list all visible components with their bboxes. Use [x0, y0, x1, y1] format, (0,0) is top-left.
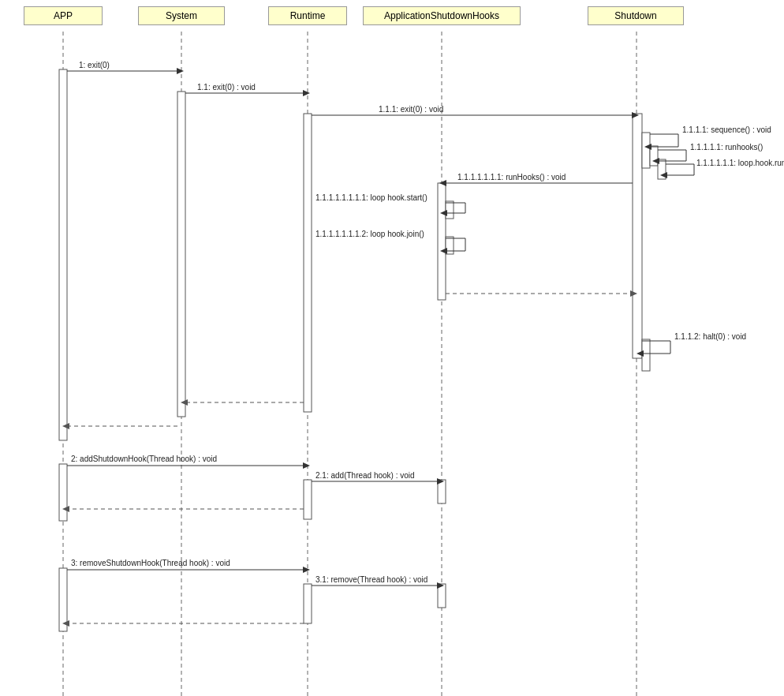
- svg-rect-13: [642, 339, 650, 371]
- svg-marker-57: [440, 248, 447, 254]
- svg-rect-12: [658, 159, 666, 179]
- svg-text:1.1.1.2: halt(0) : void: 1.1.1.2: halt(0) : void: [674, 332, 746, 341]
- lifeline-shutdown: Shutdown: [588, 6, 684, 25]
- svg-marker-64: [637, 350, 644, 357]
- lifeline-app: APP: [24, 6, 103, 25]
- svg-marker-52: [440, 210, 447, 216]
- svg-text:3: removeShutdownHook(Thread h: 3: removeShutdownHook(Thread hook) : voi…: [71, 559, 230, 567]
- svg-text:1.1.1.1.1.1.1: runHooks() : vo: 1.1.1.1.1.1.1: runHooks() : void: [457, 173, 566, 181]
- svg-marker-23: [177, 68, 184, 74]
- svg-rect-11: [650, 146, 658, 166]
- svg-text:3.1: remove(Thread hook) : voi: 3.1: remove(Thread hook) : void: [315, 575, 427, 584]
- lifeline-runtime: Runtime: [268, 6, 347, 25]
- svg-marker-60: [630, 290, 637, 297]
- svg-marker-69: [62, 423, 69, 429]
- lifeline-system: System: [138, 6, 225, 25]
- svg-rect-15: [304, 480, 312, 519]
- svg-marker-47: [439, 180, 446, 186]
- svg-marker-39: [652, 158, 659, 164]
- svg-text:1: exit(0): 1: exit(0): [79, 61, 110, 69]
- svg-marker-44: [660, 172, 667, 178]
- svg-marker-29: [632, 112, 639, 118]
- svg-rect-9: [633, 114, 642, 358]
- svg-rect-14: [59, 464, 67, 521]
- svg-text:1.1: exit(0) : void: 1.1: exit(0) : void: [197, 83, 256, 92]
- svg-rect-7: [304, 114, 312, 412]
- svg-rect-21: [446, 237, 454, 254]
- svg-rect-20: [446, 201, 454, 219]
- lifeline-hooks: ApplicationShutdownHooks: [363, 6, 521, 25]
- svg-marker-79: [303, 567, 310, 573]
- svg-marker-85: [62, 620, 69, 627]
- svg-rect-19: [438, 584, 446, 608]
- svg-rect-16: [438, 480, 446, 503]
- svg-rect-6: [177, 92, 185, 417]
- svg-marker-74: [437, 478, 444, 485]
- svg-text:1.1.1.1.1.1.1.2: loop hook.joi: 1.1.1.1.1.1.1.2: loop hook.join(): [315, 230, 424, 238]
- svg-marker-77: [62, 506, 69, 512]
- svg-rect-18: [304, 584, 312, 623]
- svg-text:1.1.1.1: sequence() : void: 1.1.1.1: sequence() : void: [682, 125, 771, 134]
- svg-marker-71: [303, 462, 310, 469]
- svg-text:1.1.1: exit(0) : void: 1.1.1: exit(0) : void: [379, 105, 443, 114]
- svg-marker-34: [644, 144, 651, 150]
- svg-marker-67: [181, 399, 188, 406]
- sequence-diagram: 1: exit(0) 1.1: exit(0) : void 1.1.1: ex…: [0, 0, 784, 696]
- svg-marker-82: [437, 582, 444, 589]
- svg-text:1.1.1.1.1.1: loop.hook.run(): 1.1.1.1.1.1: loop.hook.run(): [696, 159, 784, 167]
- svg-text:2.1: add(Thread hook) : void: 2.1: add(Thread hook) : void: [315, 471, 415, 480]
- svg-text:1.1.1.1.1: runhooks(): 1.1.1.1.1: runhooks(): [690, 143, 763, 152]
- svg-rect-10: [642, 133, 650, 168]
- svg-marker-26: [303, 90, 310, 96]
- svg-rect-8: [438, 183, 446, 300]
- svg-text:2: addShutdownHook(Thread hook: 2: addShutdownHook(Thread hook) : void: [71, 455, 217, 463]
- svg-rect-17: [59, 568, 67, 631]
- svg-rect-5: [59, 69, 67, 440]
- svg-text:1.1.1.1.1.1.1.1: loop hook.sta: 1.1.1.1.1.1.1.1: loop hook.start(): [315, 193, 427, 202]
